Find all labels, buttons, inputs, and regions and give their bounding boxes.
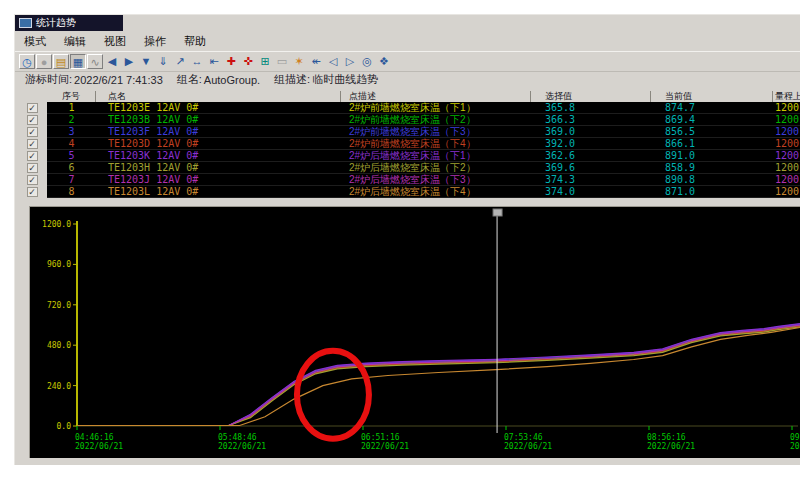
menu-bar: 模式编辑视图操作帮助 [15, 32, 800, 50]
x-tick-date-3: 2022/06/21 [504, 442, 552, 451]
menu-item-4[interactable]: 操作 [135, 33, 175, 50]
cell-r8-c6: 1200.0 [773, 186, 800, 197]
expand-x-icon[interactable]: ◀ [104, 54, 120, 69]
row-visible-checkbox-6[interactable]: ✓ [27, 163, 38, 173]
column-header-2[interactable]: 点名 [96, 91, 341, 102]
cell-r6-c4: 369.6 [531, 162, 665, 173]
cell-r6-c3: 2#炉后墙燃烧室床温（下2） [341, 162, 539, 173]
table-row-5[interactable]: 5TE1203K_12AV_0#2#炉后墙燃烧室床温（下1）362.6891.0… [47, 150, 800, 162]
trend-line-TE1203K_12AV_0# [77, 324, 800, 426]
compress-y-icon[interactable]: ⇓ [155, 54, 171, 69]
x-tick-time-0: 04:46:16 [75, 433, 114, 442]
cell-r1-c4: 365.8 [531, 102, 665, 113]
cell-r3-c2: TE1203F_12AV_0# [96, 126, 353, 137]
cell-r4-c2: TE1203D_12AV_0# [96, 138, 353, 149]
row-visible-checkbox-8[interactable]: ✓ [27, 187, 38, 197]
row-visible-checkbox-1[interactable]: ✓ [27, 103, 38, 113]
cell-r7-c3: 2#炉后墙燃烧室床温（下3） [341, 174, 539, 185]
table-row-1[interactable]: 1TE1203E_12AV_0#2#炉前墙燃烧室床温（下1）365.8874.7… [47, 102, 800, 114]
column-header-5[interactable]: 当前值 [651, 91, 773, 102]
new-group-icon[interactable]: ▤ [53, 54, 69, 69]
trend-chart-svg[interactable]: 1200.0960.0720.0480.0240.00.004:46:16202… [30, 207, 800, 458]
next-page-icon[interactable]: ▷ [342, 54, 358, 69]
cell-r2-c6: 1200.0 [773, 114, 800, 125]
cell-r7-c1: 7 [47, 174, 96, 185]
table-row-2[interactable]: 2TE1203B_12AV_0#2#炉前墙燃烧室床温（下2）366.3869.4… [47, 114, 800, 126]
jump-start-icon[interactable]: ⇤ [206, 54, 222, 69]
cell-r2-c4: 366.3 [531, 114, 665, 125]
cell-r1-c3: 2#炉前墙燃烧室床温（下1） [341, 102, 539, 113]
cell-r2-c1: 2 [47, 114, 96, 125]
cell-r4-c3: 2#炉前墙燃烧室床温（下4） [341, 138, 539, 149]
row-visible-checkbox-7[interactable]: ✓ [27, 175, 38, 185]
time-cursor-handle[interactable] [493, 209, 502, 216]
cursor-time-label: 游标时间: [25, 72, 72, 87]
column-header-6[interactable]: 量程上限 [773, 91, 800, 102]
trend-line-TE1203J_12AV_0# [77, 325, 800, 425]
cell-r5-c3: 2#炉后墙燃烧室床温（下1） [341, 150, 539, 161]
cell-r3-c3: 2#炉前墙燃烧室床温（下3） [341, 126, 539, 137]
column-header-3[interactable]: 点描述 [341, 91, 531, 102]
cell-r2-c5: 869.4 [651, 114, 787, 125]
table-row-4[interactable]: 4TE1203D_12AV_0#2#炉前墙燃烧室床温（下4）392.0866.1… [47, 138, 800, 150]
cell-r1-c6: 1200.0 [773, 102, 800, 113]
x-tick-date-0: 2022/06/21 [75, 442, 123, 451]
status-line: 游标时间: 2022/6/21 7:41:33 组名: AutoGroup. 组… [25, 71, 795, 88]
cell-r8-c2: TE1203L_12AV_0# [96, 186, 353, 197]
menu-item-1[interactable]: 模式 [15, 33, 55, 50]
cell-r3-c1: 3 [47, 126, 96, 137]
table-view-icon[interactable]: ▦ [70, 54, 86, 69]
center-cursor-icon[interactable]: ✜ [240, 54, 256, 69]
app-icon [19, 18, 32, 28]
move-down-icon[interactable]: ▼ [138, 54, 154, 69]
time-range-icon[interactable]: ◷ [19, 54, 35, 69]
table-row-3[interactable]: 3TE1203F_12AV_0#2#炉前墙燃烧室床温（下3）369.0856.5… [47, 126, 800, 138]
row-visible-checkbox-3[interactable]: ✓ [27, 127, 38, 137]
table-row-6[interactable]: 6TE1203H_12AV_0#2#炉后墙燃烧室床温（下2）369.6858.9… [47, 162, 800, 174]
pan-horizontal-icon[interactable]: ↔ [189, 54, 205, 69]
column-header-1[interactable]: 序号 [47, 91, 96, 102]
cell-r6-c1: 6 [47, 162, 96, 173]
settings-wand-icon[interactable]: ✶ [291, 54, 307, 69]
pointer-icon[interactable]: ↗ [172, 54, 188, 69]
curve-view-icon[interactable]: ∿ [87, 54, 103, 69]
prev-page-icon[interactable]: ◁ [325, 54, 341, 69]
print-icon[interactable]: ▭ [274, 54, 290, 69]
cell-r4-c5: 866.1 [651, 138, 787, 149]
cell-r8-c1: 8 [47, 186, 96, 197]
cell-r6-c2: TE1203H_12AV_0# [96, 162, 353, 173]
row-visible-checkbox-5[interactable]: ✓ [27, 151, 38, 161]
search-icon[interactable]: ◎ [359, 54, 375, 69]
trend-chart-panel[interactable]: 1200.0960.0720.0480.0240.00.004:46:16202… [29, 206, 800, 458]
cell-r4-c1: 4 [47, 138, 96, 149]
cell-r8-c5: 871.0 [651, 186, 787, 197]
table-row-7[interactable]: 7TE1203J_12AV_0#2#炉后墙燃烧室床温（下3）374.3890.8… [47, 174, 800, 186]
x-tick-time-5: 09:58:46 [790, 433, 800, 442]
x-tick-time-4: 08:56:16 [647, 433, 686, 442]
menu-item-2[interactable]: 编辑 [55, 33, 95, 50]
cell-r2-c2: TE1203B_12AV_0# [96, 114, 353, 125]
group-desc-value: 临时曲线趋势 [312, 72, 378, 87]
exit-icon[interactable]: ❖ [376, 54, 392, 69]
cell-r7-c5: 890.8 [651, 174, 787, 185]
compress-x-icon[interactable]: ▶ [121, 54, 137, 69]
cursor-time-value: 2022/6/21 7:41:33 [74, 74, 163, 86]
cell-r6-c5: 858.9 [651, 162, 787, 173]
cell-r5-c6: 1200.0 [773, 150, 800, 161]
menu-item-3[interactable]: 视图 [95, 33, 135, 50]
toolbar: ◷●▤▦∿◀▶▼⇓↗↔⇤✚✜⊞▭✶↞◁▷◎❖ [15, 51, 800, 72]
table-row-8[interactable]: 8TE1203L_12AV_0#2#炉后墙燃烧室床温（下4）374.0871.0… [47, 186, 800, 198]
menu-item-5[interactable]: 帮助 [175, 33, 215, 50]
y-tick-label-1: 960.0 [47, 260, 71, 269]
row-visible-checkbox-4[interactable]: ✓ [27, 139, 38, 149]
pause-icon[interactable]: ● [36, 54, 52, 69]
title-bar[interactable]: 统计趋势 [15, 15, 123, 31]
window-title: 统计趋势 [36, 16, 76, 30]
cell-r4-c6: 1200.0 [773, 138, 800, 149]
step-back-icon[interactable]: ↞ [308, 54, 324, 69]
export-data-icon[interactable]: ⊞ [257, 54, 273, 69]
add-cursor-icon[interactable]: ✚ [223, 54, 239, 69]
x-tick-date-2: 2022/06/21 [361, 442, 409, 451]
column-header-4[interactable]: 选择值 [531, 91, 651, 102]
row-visible-checkbox-2[interactable]: ✓ [27, 115, 38, 125]
